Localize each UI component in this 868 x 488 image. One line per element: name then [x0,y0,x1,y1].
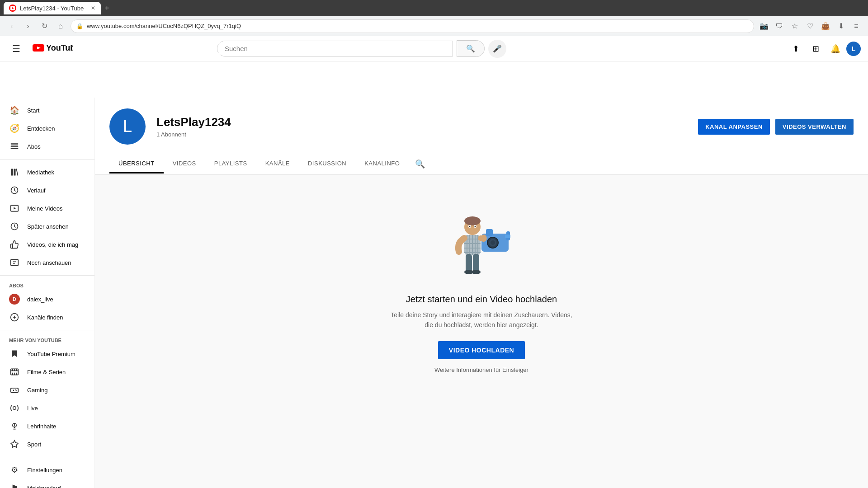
back-btn[interactable]: ‹ [5,20,18,33]
section-abos-title: ABOS [0,279,94,290]
tab-kanalinfo[interactable]: KANALINFO [355,155,409,174]
premium-icon [9,348,20,359]
screenshot-btn[interactable]: 📷 [758,20,770,33]
sidebar-item-verlauf[interactable]: Verlauf [2,181,93,199]
library-icon [9,167,20,178]
new-tab-btn[interactable]: + [104,4,109,13]
sidebar-label-gaming: Gaming [27,387,48,394]
channel-details: LetsPlay1234 1 Abonnent [156,115,231,138]
search-container: 🔍 🎤 [217,40,506,58]
sidebar-label-einstellungen: Einstellungen [27,467,62,474]
tab-kanaele[interactable]: KANÄLE [256,155,299,174]
refresh-btn[interactable]: ↻ [38,20,51,33]
sidebar-item-einstellungen[interactable]: ⚙ Einstellungen [2,461,93,479]
tab-close-btn[interactable]: ✕ [91,5,95,11]
channel-identity: L LetsPlay1234 1 Abonnent [109,108,231,145]
liked-icon [9,239,20,250]
section-mehr-title: MEHR VON YOUTUBE [0,334,94,345]
svg-rect-59 [466,254,472,272]
yt-logo[interactable]: YouTube DE [33,42,73,55]
search-btn[interactable]: 🔍 [457,40,485,57]
svg-point-32 [16,390,17,391]
heart-btn[interactable]: ♡ [804,20,816,33]
video-upload-btn[interactable]: VIDEO HOCHLADEN [438,341,525,359]
dalex-avatar: D [9,294,20,305]
sport-icon [9,439,20,450]
sidebar-item-noch[interactable]: Noch anschauen [2,253,93,272]
tab-search-btn[interactable]: 🔍 [409,154,431,174]
shield-btn[interactable]: 🛡 [773,20,786,33]
sidebar-item-mediathek[interactable]: Mediathek [2,163,93,181]
upload-btn-header[interactable]: ⬆ [787,40,805,58]
sidebar-item-entdecken[interactable]: 🧭 Entdecken [2,119,93,137]
home-nav-btn[interactable]: ⌂ [54,20,67,33]
sidebar-item-lehrinhalte[interactable]: Lehrinhalte [2,417,93,435]
sidebar-label-verlauf: Verlauf [27,187,45,194]
sidebar-item-kanaele-finden[interactable]: Kanäle finden [2,308,93,326]
gaming-icon [9,385,20,395]
sidebar-label-spaeter: Später ansehen [27,223,69,230]
yt-logo-icon: YouTube DE [33,42,73,55]
header-actions: ⬆ ⊞ 🔔 L [787,40,861,58]
tab-playlists[interactable]: PLAYLISTS [205,155,256,174]
svg-rect-8 [11,169,13,176]
sidebar: 🏠 Start 🧭 Entdecken Abos Mediathek Verla… [0,98,95,488]
channel-header: L LetsPlay1234 1 Abonnent KANAL ANPASSEN… [95,98,868,175]
empty-title: Jetzt starten und ein Video hochladen [406,294,557,305]
bookmark-btn[interactable]: ☆ [788,20,801,33]
tab-title: LetsPlay1234 - YouTube [20,5,84,12]
user-avatar[interactable]: L [846,42,861,56]
sidebar-item-liked[interactable]: Videos, die ich mag [2,235,93,253]
apps-btn[interactable]: ⊞ [807,40,825,58]
subs-icon [9,141,20,152]
sidebar-item-meine-videos[interactable]: Meine Videos [2,199,93,217]
svg-rect-37 [486,229,493,236]
sidebar-label-premium: YouTube Premium [27,351,75,357]
sidebar-item-sport[interactable]: Sport [2,435,93,453]
filme-icon [9,366,20,377]
divider-1 [0,159,94,160]
yt-header: ☰ YouTube DE 🔍 🎤 ⬆ ⊞ 🔔 L [0,36,868,61]
myvideos-icon [9,203,20,214]
forward-btn[interactable]: › [22,20,34,33]
tab-videos[interactable]: VIDEOS [164,155,205,174]
sidebar-item-abos[interactable]: Abos [2,137,93,155]
search-input[interactable] [217,41,453,56]
browser-nav: ‹ › ↻ ⌂ 🔒 www.youtube.com/channel/UCocN6… [0,16,868,36]
mic-btn[interactable]: 🎤 [488,40,506,58]
menu-btn[interactable]: ≡ [850,20,863,33]
manage-videos-btn[interactable]: VIDEOS VERWALTEN [775,119,854,135]
browser-tab[interactable]: LetsPlay1234 - YouTube ✕ [4,2,101,14]
tab-ubersicht[interactable]: ÜBERSICHT [109,155,164,174]
wallet-btn[interactable]: 👜 [819,20,832,33]
channel-subscribers: 1 Abonnent [156,131,231,138]
sidebar-label-mediathek: Mediathek [27,169,54,176]
download-btn[interactable]: ⬇ [835,20,847,33]
beginner-link[interactable]: Weitere Informationen für Einsteiger [434,366,528,373]
nav-actions: 📷 🛡 ☆ ♡ 👜 ⬇ ≡ [758,20,863,33]
sidebar-item-start[interactable]: 🏠 Start [2,101,93,119]
sidebar-item-filme[interactable]: Filme & Serien [2,363,93,381]
tab-diskussion[interactable]: DISKUSSION [299,155,355,174]
sidebar-label-meldeverlauf: Meldeverlauf [27,485,61,488]
sidebar-label-meine-videos: Meine Videos [27,205,63,212]
svg-rect-42 [505,235,510,238]
customize-channel-btn[interactable]: KANAL ANPASSEN [698,119,770,135]
sidebar-item-live[interactable]: Live [2,399,93,417]
hamburger-btn[interactable]: ☰ [7,40,25,58]
sidebar-item-gaming[interactable]: Gaming [2,381,93,399]
svg-point-47 [469,226,471,227]
main-content: L LetsPlay1234 1 Abonnent KANAL ANPASSEN… [95,98,868,488]
sidebar-item-spaeter[interactable]: Später ansehen [2,217,93,235]
empty-state: Jetzt starten und ein Video hochladen Te… [95,175,868,391]
sidebar-item-premium[interactable]: YouTube Premium [2,345,93,363]
svg-point-33 [13,407,16,410]
app-container: ☰ YouTube DE 🔍 🎤 ⬆ ⊞ 🔔 L [0,36,868,488]
sidebar-item-meldeverlauf[interactable]: ⚑ Meldeverlauf [2,479,93,488]
sidebar-item-dalex[interactable]: D dalex_live [2,290,93,308]
lock-icon: 🔒 [76,23,83,29]
address-bar[interactable]: 🔒 www.youtube.com/channel/UCocN6zQPHQZ_0… [71,19,754,33]
compass-icon: 🧭 [9,123,20,134]
home-icon: 🏠 [9,105,20,116]
bell-btn[interactable]: 🔔 [826,40,844,58]
